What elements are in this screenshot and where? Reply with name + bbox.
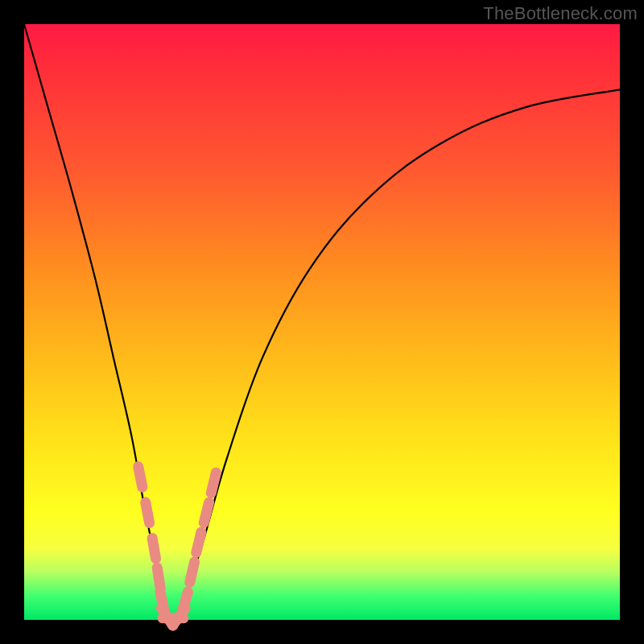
chart-frame: TheBottleneck.com <box>0 0 644 644</box>
highlight-dash <box>152 538 155 559</box>
highlight-dash <box>190 562 195 582</box>
highlight-dash <box>157 568 160 588</box>
highlight-dash <box>146 502 150 523</box>
highlight-markers <box>138 467 217 625</box>
highlight-dash <box>196 532 201 552</box>
highlight-dash <box>211 473 216 493</box>
highlight-dash <box>204 502 208 522</box>
highlight-dash <box>138 467 142 487</box>
watermark-text: TheBottleneck.com <box>483 3 638 24</box>
highlight-dash <box>182 592 188 612</box>
curve-path <box>24 24 620 621</box>
plot-area <box>24 24 620 620</box>
bottleneck-curve <box>24 24 620 621</box>
curve-layer <box>24 24 620 620</box>
